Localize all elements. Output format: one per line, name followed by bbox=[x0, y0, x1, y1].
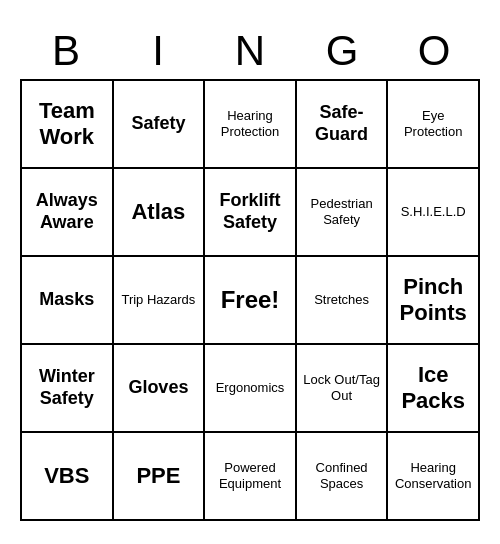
bingo-cell[interactable]: Atlas bbox=[114, 169, 206, 257]
bingo-cell[interactable]: Masks bbox=[22, 257, 114, 345]
bingo-cell[interactable]: Hearing Protection bbox=[205, 81, 297, 169]
bingo-cell[interactable]: S.H.I.E.L.D bbox=[388, 169, 480, 257]
bingo-cell[interactable]: Ergonomics bbox=[205, 345, 297, 433]
bingo-cell[interactable]: Free! bbox=[205, 257, 297, 345]
bingo-cell[interactable]: Ice Packs bbox=[388, 345, 480, 433]
bingo-cell[interactable]: PPE bbox=[114, 433, 206, 521]
bingo-header: BINGO bbox=[20, 23, 480, 79]
bingo-cell[interactable]: Winter Safety bbox=[22, 345, 114, 433]
bingo-card: BINGO Team WorkSafetyHearing ProtectionS… bbox=[10, 13, 490, 531]
header-letter: G bbox=[296, 23, 388, 79]
bingo-cell[interactable]: VBS bbox=[22, 433, 114, 521]
bingo-cell[interactable]: Always Aware bbox=[22, 169, 114, 257]
bingo-cell[interactable]: Eye Protection bbox=[388, 81, 480, 169]
bingo-cell[interactable]: Gloves bbox=[114, 345, 206, 433]
bingo-cell[interactable]: Powered Equipment bbox=[205, 433, 297, 521]
header-letter: B bbox=[20, 23, 112, 79]
bingo-cell[interactable]: Trip Hazards bbox=[114, 257, 206, 345]
bingo-cell[interactable]: Pedestrian Safety bbox=[297, 169, 389, 257]
bingo-cell[interactable]: Lock Out/Tag Out bbox=[297, 345, 389, 433]
bingo-cell[interactable]: Hearing Conservation bbox=[388, 433, 480, 521]
bingo-grid: Team WorkSafetyHearing ProtectionSafe-Gu… bbox=[20, 79, 480, 521]
bingo-cell[interactable]: Stretches bbox=[297, 257, 389, 345]
bingo-cell[interactable]: Forklift Safety bbox=[205, 169, 297, 257]
header-letter: O bbox=[388, 23, 480, 79]
bingo-cell[interactable]: Safety bbox=[114, 81, 206, 169]
bingo-cell[interactable]: Confined Spaces bbox=[297, 433, 389, 521]
bingo-cell[interactable]: Pinch Points bbox=[388, 257, 480, 345]
bingo-cell[interactable]: Team Work bbox=[22, 81, 114, 169]
header-letter: I bbox=[112, 23, 204, 79]
bingo-cell[interactable]: Safe-Guard bbox=[297, 81, 389, 169]
header-letter: N bbox=[204, 23, 296, 79]
